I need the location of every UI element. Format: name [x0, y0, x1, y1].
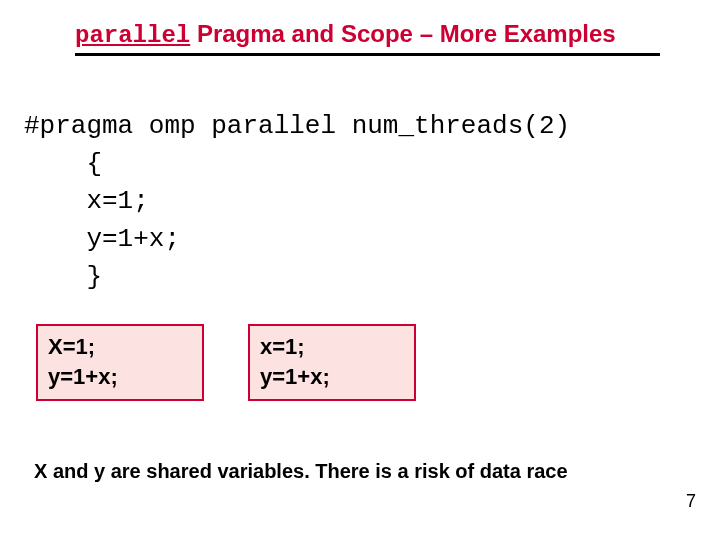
- thread2-line2: y=1+x;: [260, 362, 404, 392]
- slide: parallel Pragma and Scope – More Example…: [0, 0, 720, 540]
- slide-title-wrap: parallel Pragma and Scope – More Example…: [75, 20, 660, 56]
- thread-box-1: X=1; y=1+x;: [36, 324, 204, 401]
- code-line-3: x=1;: [24, 186, 149, 216]
- title-keyword: parallel: [75, 22, 190, 49]
- code-line-5: }: [24, 262, 102, 292]
- title-rest: Pragma and Scope – More Examples: [190, 20, 616, 47]
- page-number: 7: [686, 491, 696, 512]
- code-line-1: #pragma omp parallel num_threads(2): [24, 111, 570, 141]
- thread2-line1: x=1;: [260, 332, 404, 362]
- thread-boxes: X=1; y=1+x; x=1; y=1+x;: [36, 324, 416, 401]
- thread-box-2: x=1; y=1+x;: [248, 324, 416, 401]
- code-block: #pragma omp parallel num_threads(2) { x=…: [24, 108, 570, 296]
- slide-title: parallel Pragma and Scope – More Example…: [75, 20, 660, 51]
- code-line-4: y=1+x;: [24, 224, 180, 254]
- thread1-line2: y=1+x;: [48, 362, 192, 392]
- footnote: X and y are shared variables. There is a…: [34, 460, 568, 483]
- thread1-line1: X=1;: [48, 332, 192, 362]
- code-line-2: {: [24, 149, 102, 179]
